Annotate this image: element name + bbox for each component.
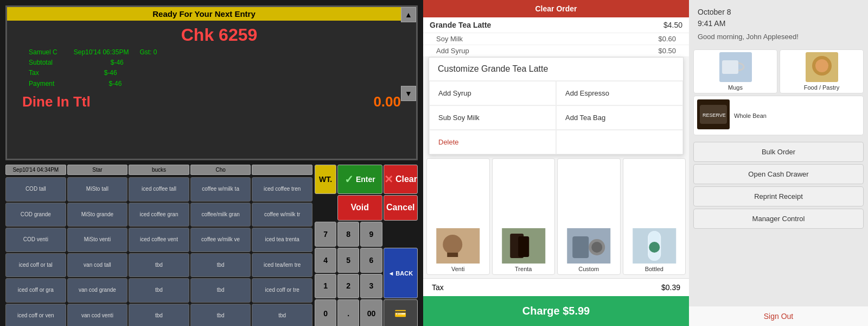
- pos-grid-button-14[interactable]: iced tea trenta: [252, 228, 312, 252]
- numpad-key-9[interactable]: 9: [360, 222, 382, 247]
- clear-button[interactable]: ✕ Clear: [384, 165, 418, 194]
- product-grid-right: Mugs Food / Pastry RESERVE Whole Bean: [689, 46, 868, 139]
- svg-point-9: [591, 242, 602, 253]
- clear-order-button[interactable]: Clear Order: [423, 0, 689, 17]
- pos-cho-filter[interactable]: Cho: [190, 165, 251, 175]
- pos-grid-button-8[interactable]: coffee/milk gran: [190, 203, 251, 227]
- scroll-up-button[interactable]: ▲: [401, 7, 416, 22]
- svg-point-13: [649, 242, 660, 253]
- svg-text:RESERVE: RESERVE: [703, 112, 726, 118]
- wt-button[interactable]: WT.: [315, 165, 336, 194]
- right-panel: October 8 9:41 AM Good morning, John App…: [689, 0, 868, 326]
- pos-grid-button-28[interactable]: tbd: [190, 304, 251, 327]
- numpad-key-3[interactable]: 3: [360, 274, 382, 299]
- pay-button[interactable]: 💳: [384, 299, 418, 326]
- product-grid: Venti Trenta Custom: [423, 155, 689, 278]
- pos-numpad: WT.✓ Enter✕ ClearVoidCancel7894561230.00…: [315, 165, 418, 326]
- pos-grid-button-24[interactable]: iced coff or tre: [252, 278, 312, 303]
- numpad-key-7[interactable]: 7: [315, 222, 336, 247]
- pos-grid-button-23[interactable]: tbd: [190, 278, 251, 303]
- pos-grid-button-2[interactable]: iced coffee tall: [129, 177, 189, 202]
- svg-point-1: [443, 235, 462, 254]
- product-trenta-label: Trenta: [515, 266, 532, 272]
- product-whole-bean[interactable]: RESERVE Whole Bean: [693, 96, 864, 135]
- pos-grid-button-25[interactable]: iced coff or ven: [5, 304, 66, 327]
- product-venti[interactable]: Venti: [426, 158, 490, 275]
- right-buttons: Bulk Order Open Cash Drawer Reprint Rece…: [689, 139, 868, 306]
- pos-bucks-filter[interactable]: bucks: [129, 165, 189, 175]
- enter-button[interactable]: ✓ Enter: [337, 165, 382, 194]
- pos-grid-button-5[interactable]: COD grande: [5, 203, 66, 227]
- pos-grid-button-26[interactable]: van cod venti: [67, 304, 128, 327]
- pos-grid-button-10[interactable]: COD venti: [5, 228, 66, 252]
- pos-grid-button-15[interactable]: iced coff or tal: [5, 253, 66, 278]
- open-cash-drawer-button[interactable]: Open Cash Drawer: [693, 164, 864, 184]
- pos-total-bar: Dine In Ttl 0.00: [7, 89, 416, 110]
- pos-grid-button-6[interactable]: MiSto grande: [67, 203, 128, 227]
- pos-grid-button-4[interactable]: iced coffee tren: [252, 177, 312, 202]
- numpad-key-8[interactable]: 8: [337, 222, 359, 247]
- numpad-key-1[interactable]: 1: [315, 274, 336, 299]
- pos-grid-button-19[interactable]: iced tea/lem tre: [252, 253, 312, 278]
- numpad-key-4[interactable]: 4: [315, 248, 336, 273]
- sub-soy-milk-option[interactable]: Sub Soy Milk: [429, 105, 556, 130]
- pos-order-details: Samuel C Sep10'14 06:35PM Gst: 0 Subtota…: [7, 47, 416, 89]
- product-food-pastry[interactable]: Food / Pastry: [780, 49, 864, 93]
- product-bottled-label: Bottled: [645, 266, 663, 272]
- customize-modal: Customize Grande Tea Latte Add Syrup Add…: [429, 57, 684, 155]
- customize-options: Add Syrup Add Espresso Sub Soy Milk Add …: [429, 81, 683, 154]
- reprint-receipt-button[interactable]: Reprint Receipt: [693, 186, 864, 206]
- pos-grid-button-21[interactable]: van cod grande: [67, 278, 128, 303]
- numpad-key-6[interactable]: 6: [360, 248, 382, 273]
- product-custom-label: Custom: [578, 266, 599, 272]
- numpad-key-0[interactable]: 0: [315, 299, 336, 326]
- pos-grid-button-17[interactable]: tbd: [129, 253, 189, 278]
- product-bottled[interactable]: Bottled: [623, 158, 686, 275]
- charge-button[interactable]: Charge $5.99: [423, 296, 689, 326]
- numpad-key-5[interactable]: 5: [337, 248, 359, 273]
- pos-tax: Tax $-46: [29, 68, 416, 78]
- pos-grid-button-13[interactable]: coffee w/milk ve: [190, 228, 251, 252]
- bulk-order-button[interactable]: Bulk Order: [693, 142, 864, 162]
- pos-grid-button-11[interactable]: MiSto venti: [67, 228, 128, 252]
- pos-extra-filter[interactable]: [252, 165, 312, 175]
- pos-grid-button-22[interactable]: tbd: [129, 278, 189, 303]
- numpad-key-00[interactable]: 00: [360, 299, 382, 326]
- svg-point-18: [815, 59, 828, 72]
- product-trenta[interactable]: Trenta: [492, 158, 556, 275]
- add-espresso-option[interactable]: Add Espresso: [556, 81, 683, 105]
- cancel-button[interactable]: Cancel: [384, 195, 418, 221]
- scroll-down-button[interactable]: ▼: [401, 86, 416, 101]
- pos-grid-button-9[interactable]: coffee w/milk tr: [252, 203, 312, 227]
- empty-option: [556, 130, 683, 154]
- product-custom[interactable]: Custom: [557, 158, 621, 275]
- delete-option[interactable]: Delete: [429, 130, 556, 154]
- order-modifier-soy: Soy Milk $0.60: [423, 33, 689, 45]
- pos-grid-button-18[interactable]: tbd: [190, 253, 251, 278]
- pos-grid-button-20[interactable]: iced coff or gra: [5, 278, 66, 303]
- add-syrup-option[interactable]: Add Syrup: [429, 81, 556, 105]
- pos-grid-button-7[interactable]: iced coffee gran: [129, 203, 189, 227]
- pos-date-filter[interactable]: Sep10'14 04:34PM: [5, 165, 66, 175]
- pos-grid-button-3[interactable]: coffee w/milk ta: [190, 177, 251, 202]
- pos-star-filter[interactable]: Star: [67, 165, 128, 175]
- pos-grid-button-29[interactable]: tbd: [252, 304, 312, 327]
- pos-grid-button-1[interactable]: MiSto tall: [67, 177, 128, 202]
- add-tea-bag-option[interactable]: Add Tea Bag: [556, 105, 683, 130]
- pos-grid-button-27[interactable]: tbd: [129, 304, 189, 327]
- numpad-key-2[interactable]: 2: [337, 274, 359, 299]
- pos-grid-button-12[interactable]: iced coffee vent: [129, 228, 189, 252]
- back-button[interactable]: ◄ BACK: [384, 248, 418, 298]
- product-food-pastry-label: Food / Pastry: [804, 84, 839, 91]
- product-mugs[interactable]: Mugs: [693, 49, 777, 93]
- svg-rect-5: [518, 236, 529, 257]
- pos-grid-button-16[interactable]: van cod tall: [67, 253, 128, 278]
- order-modifier-syrup: Add Syrup $0.50: [423, 45, 689, 57]
- manager-control-button[interactable]: Manager Control: [693, 209, 864, 229]
- svg-rect-7: [572, 236, 589, 258]
- pos-grid-button-0[interactable]: COD tall: [5, 177, 66, 202]
- pos-buttons-grid: COD tallMiSto talliced coffee tallcoffee…: [5, 177, 312, 326]
- sign-out-button[interactable]: Sign Out: [689, 306, 868, 326]
- void-button[interactable]: Void: [337, 195, 382, 221]
- numpad-key-.[interactable]: .: [337, 299, 359, 326]
